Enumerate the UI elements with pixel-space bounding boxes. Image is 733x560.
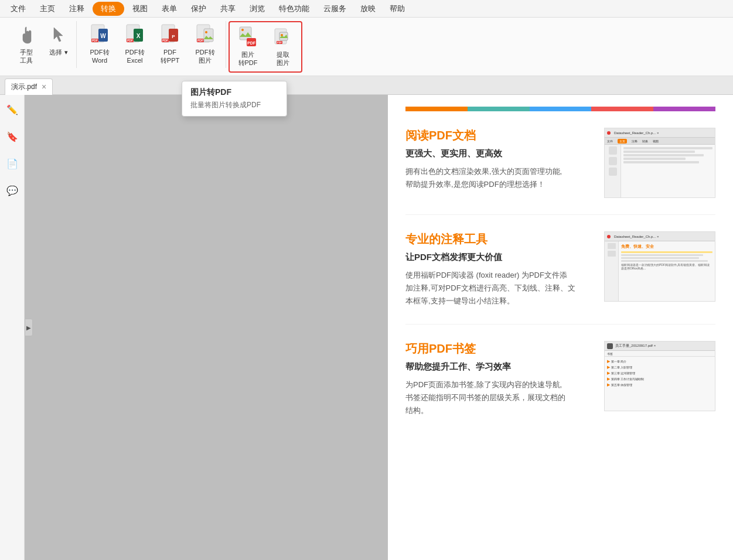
toolbar-group-pdf-convert: W PDF PDF转Word X PDF PDF转Excel	[79, 21, 226, 68]
toolbar-group-image-pdf: PDF 图片转PDF PDF 提取图片	[229, 21, 302, 73]
mini-app-3-body: ▶ 第一章 简介 ▶ 第二章 入职管理 ▶ 第三章 运河期管理 ▶	[605, 357, 715, 411]
color-seg-5	[653, 107, 715, 111]
mini-bookmark-list: ▶ 第一章 简介 ▶ 第二章 入职管理 ▶ 第三章 运河期管理 ▶	[605, 357, 715, 411]
feature-annotation-title: 专业的注释工具	[405, 231, 592, 247]
tab-close-button[interactable]: ×	[42, 82, 46, 91]
hand-tool-button[interactable]: 手型工具	[9, 21, 43, 68]
color-seg-3	[530, 107, 592, 111]
mini-app-3-header: 员工手册_20120917.pdf ×	[605, 342, 715, 351]
svg-rect-18	[204, 29, 213, 42]
feature-annotation-text: 专业的注释工具 让PDF文档发挥更大价值 使用福昕PDF阅读器 (foxit r…	[405, 231, 592, 308]
feature-annotation-desc: 使用福昕PDF阅读器 (foxit reader) 为PDF文件添加注释,可对P…	[405, 269, 592, 308]
feature-bookmark-desc: 为PDF页面添加书签,除了实现内容的快速导航,书签还能指明不同书签的层级关系，展…	[405, 378, 592, 417]
menu-item-share[interactable]: 共享	[214, 1, 241, 16]
pdf-to-excel-label: PDF转Excel	[125, 48, 145, 65]
svg-text:P: P	[172, 34, 175, 39]
menu-item-present[interactable]: 放映	[354, 1, 381, 16]
feature-bookmark-text: 巧用PDF书签 帮助您提升工作、学习效率 为PDF页面添加书签,除了实现内容的快…	[405, 341, 592, 417]
left-sidebar: ✏️ 🔖 📄 💬	[0, 95, 25, 560]
mini-app-1-body	[605, 145, 715, 198]
collapse-icon: ▶	[26, 325, 31, 331]
menu-item-convert[interactable]: 转换	[93, 2, 124, 16]
hand-icon	[16, 23, 37, 47]
extract-image-button[interactable]: PDF 提取图片	[266, 23, 300, 70]
feature-bookmark-subtitle: 帮助您提升工作、学习效率	[405, 361, 592, 373]
pdf-to-image-button[interactable]: PDF PDF转图片	[188, 21, 222, 68]
right-panel: 阅读PDF文档 更强大、更实用、更高效 拥有出色的文档渲染效果,强大的页面管理功…	[388, 95, 733, 560]
collapse-button[interactable]: ▶	[25, 319, 33, 336]
mini-toolbar-1	[605, 145, 621, 198]
tab-filename: 演示.pdf	[11, 82, 37, 92]
svg-text:PDF: PDF	[162, 39, 168, 42]
feature-annotation: 专业的注释工具 让PDF文档发挥更大价值 使用福昕PDF阅读器 (foxit r…	[405, 215, 715, 325]
pdf-to-word-label: PDF转Word	[90, 48, 110, 65]
main-area: ✏️ 🔖 📄 💬 ▶ 阅读PDF文档 更强大、更实用、更高效 拥有出色的文档渲染…	[0, 95, 733, 560]
svg-rect-20	[240, 27, 251, 40]
mini-app-2: Datasheet_Reader_Ch.p... × 免费、快速、安全 福昕阅读…	[604, 231, 715, 302]
hand-tool-label: 手型工具	[20, 48, 33, 65]
svg-text:W: W	[100, 33, 106, 39]
pdf-to-ppt-label: PDF转PPT	[161, 48, 179, 65]
svg-text:X: X	[137, 33, 141, 39]
feature-annotation-subtitle: 让PDF文档发挥更大价值	[405, 252, 592, 263]
mini-app-1-header: Datasheet_Reader_Ch.p... ×	[605, 128, 715, 138]
feature-read-pdf-title: 阅读PDF文档	[405, 128, 592, 144]
pdf-to-ppt-button[interactable]: P PDF PDF转PPT	[153, 21, 187, 68]
feature-read-pdf-text: 阅读PDF文档 更强大、更实用、更高效 拥有出色的文档渲染效果,强大的页面管理功…	[405, 128, 592, 191]
mini-app-2-body: 免费、快速、安全 福昕阅读器是一款功能强大的PDF阅读软件,具有稳指美誉。福昕阅…	[605, 241, 715, 301]
menu-item-help[interactable]: 帮助	[384, 1, 411, 16]
feature-read-pdf-subtitle: 更强大、更实用、更高效	[405, 148, 592, 159]
mini-menu-1: 文件 主页 注释 转换 视图	[605, 138, 715, 145]
image-to-pdf-label: 图片转PDF	[238, 50, 258, 67]
color-seg-4	[591, 107, 653, 111]
mini-sidebar-2	[605, 241, 619, 301]
feature-read-pdf: 阅读PDF文档 更强大、更实用、更高效 拥有出色的文档渲染效果,强大的页面管理功…	[405, 111, 715, 215]
menu-item-special[interactable]: 特色功能	[273, 1, 315, 16]
color-seg-1	[405, 107, 468, 111]
sidebar-icon-pen[interactable]: ✏️	[4, 101, 21, 118]
menu-item-home[interactable]: 主页	[34, 1, 61, 16]
mini-tab-3: 员工手册_20120917.pdf ×	[615, 343, 656, 349]
mini-app-1: Datasheet_Reader_Ch.p... × 文件 主页 注释 转换 视…	[604, 128, 715, 198]
svg-text:PDF: PDF	[127, 39, 133, 42]
pdf-tab[interactable]: 演示.pdf ×	[5, 78, 53, 95]
extract-image-icon: PDF	[272, 26, 294, 49]
feature-bookmark: 巧用PDF书签 帮助您提升工作、学习效率 为PDF页面添加书签,除了实现内容的快…	[405, 325, 715, 433]
tab-bar: 演示.pdf ×	[0, 76, 733, 95]
feature-bookmark-title: 巧用PDF书签	[405, 341, 592, 357]
svg-text:PDF: PDF	[247, 41, 256, 45]
mini-tab-2: Datasheet_Reader_Ch.p... ×	[614, 235, 659, 238]
pdf-word-icon: W PDF	[89, 23, 110, 47]
menu-bar: 文件 主页 注释 转换 视图 表单 保护 共享 浏览 特色功能 云服务 放映 帮…	[0, 0, 733, 18]
toolbar-group-tools: 手型工具 选择 ▾	[6, 21, 77, 68]
svg-point-21	[241, 29, 244, 31]
sidebar-icon-bookmark[interactable]: 🔖	[4, 128, 21, 145]
color-strip	[405, 107, 715, 111]
select-button[interactable]: 选择 ▾	[45, 21, 73, 68]
pdf-to-excel-button[interactable]: X PDF PDF转Excel	[118, 21, 152, 68]
sidebar-icon-comment[interactable]: 💬	[4, 182, 21, 199]
extract-image-label: 提取图片	[277, 50, 289, 67]
mini-content-2: 免费、快速、安全 福昕阅读器是一款功能强大的PDF阅读软件,具有稳指美誉。福昕阅…	[619, 241, 715, 301]
select-label: 选择 ▾	[49, 48, 67, 56]
menu-item-form[interactable]: 表单	[156, 1, 183, 16]
image-to-pdf-button[interactable]: PDF 图片转PDF	[231, 23, 265, 70]
menu-item-protect[interactable]: 保护	[185, 1, 212, 16]
mini-app-2-header: Datasheet_Reader_Ch.p... ×	[605, 232, 715, 241]
pdf-ppt-icon: P PDF	[159, 23, 180, 47]
menu-item-annotation[interactable]: 注释	[63, 1, 90, 16]
sidebar-icon-page[interactable]: 📄	[4, 155, 21, 172]
svg-point-19	[205, 31, 207, 33]
menu-item-browse[interactable]: 浏览	[244, 1, 271, 16]
pdf-viewer[interactable]	[25, 95, 388, 560]
image-to-pdf-icon: PDF	[237, 26, 258, 49]
toolbar: 手型工具 选择 ▾ W PDF PDF转Word	[0, 18, 733, 76]
feature-read-pdf-desc: 拥有出色的文档渲染效果,强大的页面管理功能,帮助提升效率,是您阅读PDF的理想选…	[405, 165, 592, 191]
menu-item-file[interactable]: 文件	[5, 1, 32, 16]
mini-tab-1: Datasheet_Reader_Ch.p... ×	[614, 131, 659, 135]
pdf-to-word-button[interactable]: W PDF PDF转Word	[83, 21, 117, 68]
pdf-excel-icon: X PDF	[124, 23, 145, 47]
select-icon	[48, 23, 69, 47]
menu-item-cloud[interactable]: 云服务	[318, 1, 352, 16]
menu-item-view[interactable]: 视图	[127, 1, 154, 16]
